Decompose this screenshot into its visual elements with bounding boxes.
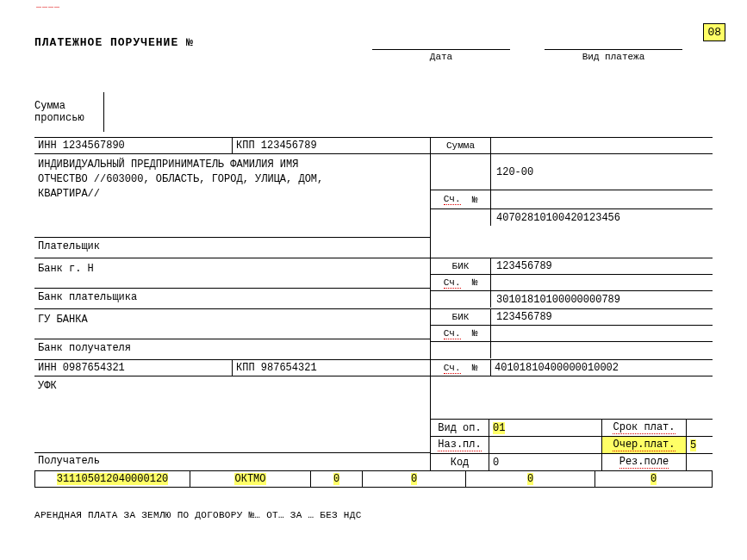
ocher-plat-label: Очер.плат. [602,437,687,453]
payer-desc-l2: ОТЧЕСТВО //603000, ОБЛАСТЬ, ГОРОД, УЛИЦА… [38,172,426,187]
recipient-label: Получатель [34,452,430,467]
rez-pole-label: Рез.поле [602,454,687,470]
budget-code-strip: 311105012040000120 ОКТМО 0 0 0 0 [34,470,713,488]
recipient-bank-acct-top [491,342,713,358]
payer-acct-value: 40702810100420123456 [491,209,713,226]
kbk-code: 311105012040000120 [57,473,169,485]
date-label: Дата [430,52,452,62]
strip-v5: 0 [527,473,533,485]
payer-bank-label: Банк плательщика [34,288,430,305]
ocher-plat-value: 5 [690,439,696,451]
payer-desc-l1: ИНДИВИДУАЛЬНЫЙ ПРЕДПРИНИМАТЕЛЬ ФАМИЛИЯ И… [38,158,426,172]
document-title: ПЛАТЕЖНОЕ ПОРУЧЕНИЕ № [34,36,194,49]
recipient-bank-acct-label: Сч. № [431,326,491,341]
kod-label: Код [431,454,489,470]
payer-bank-acct-label: Сч. № [431,275,491,290]
naz-pl-label: Наз.пл. [431,437,489,453]
recipient-bank-name: ГУ БАНКА [38,313,426,327]
srok-plat-label: Срок плат. [602,420,687,436]
payment-order-document: ………… 08 ПЛАТЕЖНОЕ ПОРУЧЕНИЕ № Дата Вид п… [0,0,747,560]
sum-label-cell: Сумма [431,138,491,153]
strip-v3: 0 [333,473,339,485]
sum-words-label-2: прописью [34,112,103,124]
vid-op-value: 01 [493,422,505,434]
kod-value: 0 [489,454,602,470]
payer-bik-value: 123456789 [491,258,713,274]
payer-desc-l3: КВАРТИРА// [38,187,426,202]
payer-bik-label: БИК [431,258,491,274]
payment-type-field: Вид платежа [545,38,682,62]
recipient-bik-label: БИК [431,309,491,325]
recipient-acct-value: 40101810400000010002 [491,360,713,376]
strip-v4: 0 [411,473,417,485]
sum-value: 120-00 [491,154,713,190]
payer-inn-cell: ИНН 1234567890 [34,138,233,153]
form-code-08: 08 [703,23,725,41]
inn-label: ИНН [38,140,57,152]
sum-words-label-1: Сумма [34,100,103,112]
payer-acct-label: Сч. № [431,190,491,208]
header-lines: Дата Вид платежа [372,38,682,62]
recipient-acct-label: Сч. № [431,360,491,376]
payer-label: Плательщик [34,237,430,254]
sum-value-cell [491,138,713,153]
date-field: Дата [372,38,510,62]
payment-type-label: Вид платежа [582,52,645,62]
recipient-kpp: 987654321 [261,362,317,374]
recipient-inn-cell: ИНН 0987654321 [34,360,233,376]
payment-purpose: АРЕНДНАЯ ПЛАТА ЗА ЗЕМЛЮ ПО ДОГОВОРУ №… О… [34,510,713,520]
top-red-marker: ………… [36,1,60,10]
strip-v6: 0 [651,473,657,485]
vid-op-label: Вид оп. [431,420,489,436]
payer-kpp-cell: КПП 123456789 [233,138,431,153]
recipient-bank-label: Банк получателя [34,339,430,356]
recipient-name: УФК [38,380,57,392]
recipient-bik-value: 123456789 [491,309,713,325]
recipient-kpp-cell: КПП 987654321 [233,360,431,376]
sum-in-words-row: Сумма прописью [34,92,713,132]
payer-bank-name: Банк г. Н [38,262,426,277]
payer-bank-acct-value: 30101810100000000789 [491,291,713,308]
table-area: ИНН 1234567890 КПП 123456789 Сумма ИНДИВ… [34,137,713,488]
payer-inn: 1234567890 [63,140,125,152]
kpp-label: КПП [236,140,255,152]
recipient-inn: 0987654321 [63,362,125,374]
payer-kpp: 123456789 [261,140,317,152]
oktmo-label: ОКТМО [234,473,265,485]
